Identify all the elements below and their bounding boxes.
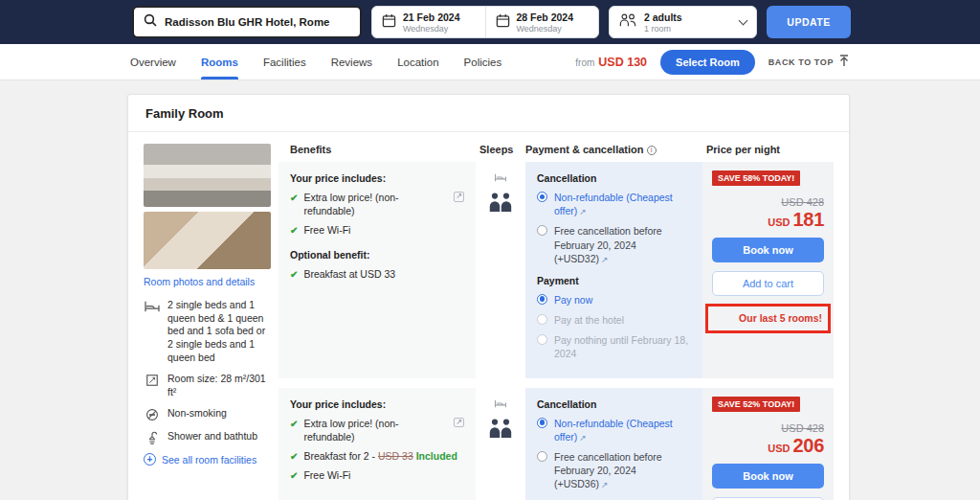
sleeps-cell	[476, 162, 525, 378]
from-label: from	[575, 57, 594, 68]
external-link-icon[interactable]: ↗	[579, 207, 587, 216]
benefit-item: ✔ Breakfast at USD 33	[290, 267, 464, 282]
detail-non-smoking-text: Non-smoking	[167, 407, 227, 421]
info-link-icon[interactable]: ↗	[454, 192, 464, 202]
topbar: Radisson Blu GHR Hotel, Rome 21 Feb 2024…	[0, 0, 980, 44]
benefit-item: ✔ Free Wi-Fi	[290, 223, 464, 238]
see-all-facilities-label: See all room facilities	[162, 454, 256, 466]
hotel-search-value: Radisson Blu GHR Hotel, Rome	[165, 16, 330, 28]
benefit-text: Breakfast at USD 33	[303, 267, 395, 282]
cancel-option-free-cancellation[interactable]: Free cancellation before February 20, 20…	[537, 224, 691, 265]
col-sleeps-header: Sleeps	[476, 144, 525, 155]
add-to-cart-button[interactable]: Add to cart	[712, 271, 824, 296]
benefit-text: Free Wi-Fi	[303, 223, 350, 238]
radio-selected[interactable]	[537, 418, 547, 428]
external-link-icon[interactable]: ↗	[601, 255, 609, 264]
checkin-field[interactable]: 21 Feb 2024 Wednesday	[372, 7, 485, 37]
guests-icon	[619, 13, 636, 31]
includes-title: Your price includes:	[290, 172, 464, 184]
update-button[interactable]: UPDATE	[767, 6, 851, 38]
pay-option-pay-now[interactable]: Pay now	[537, 293, 691, 307]
old-price: USD 428	[712, 196, 824, 208]
current-price: USD181	[712, 209, 824, 231]
info-icon[interactable]: i	[647, 146, 657, 155]
chevron-down-icon	[739, 16, 748, 26]
tab-bar: Overview Rooms Facilities Reviews Locati…	[130, 44, 501, 80]
cancel-option-nonrefundable[interactable]: Non-refundable (Cheapest offer)↗	[537, 417, 691, 443]
bed-small-icon	[494, 396, 507, 413]
tab-overview[interactable]: Overview	[130, 44, 176, 80]
tab-policies[interactable]: Policies	[464, 44, 502, 80]
breakfast-prefix: Breakfast for 2 -	[303, 450, 378, 462]
cancel-option-nonrefundable[interactable]: Non-refundable (Cheapest offer)↗	[537, 191, 691, 217]
tab-reviews[interactable]: Reviews	[331, 44, 372, 80]
offer-row-2: Your price includes: ✔ Extra low price! …	[278, 388, 834, 500]
check-icon: ✔	[290, 449, 298, 464]
sleeps-cell	[476, 388, 525, 500]
select-room-button[interactable]: Select Room	[660, 50, 755, 75]
room-info-column: Room photos and details 2 single beds an…	[144, 144, 271, 500]
main-content: Family Room Room photos and details 2 si…	[0, 80, 980, 500]
room-title: Family Room	[128, 95, 849, 132]
price-currency: USD	[768, 443, 790, 454]
external-link-icon[interactable]: ↗	[579, 433, 587, 443]
room-subnav: Overview Rooms Facilities Reviews Locati…	[0, 44, 980, 80]
radio-unselected[interactable]	[537, 451, 547, 462]
external-link-icon[interactable]: ↗	[601, 480, 609, 489]
detail-beds-text: 2 single beds and 1 queen bed & 1 queen …	[167, 299, 271, 364]
pay-option-label: Pay now	[554, 293, 592, 307]
benefit-item: ✔ Extra low price! (non-refundable) ↗	[290, 191, 464, 217]
from-price-value: USD 130	[598, 56, 647, 69]
benefit-item: ✔ Extra low price! (non-refundable) ↗	[290, 417, 464, 443]
radio-disabled	[537, 314, 547, 325]
radio-selected[interactable]	[537, 192, 547, 202]
col-payment-header: Payment & cancellationi	[525, 144, 702, 155]
detail-shower: Shower and bathtub	[144, 430, 271, 444]
info-link-icon[interactable]: ↗	[454, 418, 464, 428]
breakfast-included-label: Included	[413, 450, 457, 462]
includes-title: Your price includes:	[290, 398, 464, 410]
payment-cell: Cancellation Non-refundable (Cheapest of…	[525, 162, 702, 378]
cancellation-title: Cancellation	[537, 172, 691, 184]
hotel-search-box[interactable]: Radisson Blu GHR Hotel, Rome	[132, 6, 362, 38]
guests-selector[interactable]: 2 adults 1 room	[609, 6, 757, 38]
detail-shower-text: Shower and bathtub	[167, 430, 257, 444]
price-cell: SAVE 58% TODAY! USD 428 USD181 Book now …	[702, 162, 834, 378]
room-photos-link[interactable]: Room photos and details	[144, 276, 271, 287]
annotation-highlight-box: Our last 5 rooms!	[705, 304, 831, 333]
room-card: Family Room Room photos and details 2 si…	[127, 94, 850, 500]
see-all-facilities-link[interactable]: + See all room facilities	[144, 453, 271, 466]
col-payment-label: Payment & cancellation	[525, 144, 644, 155]
guests-adults: 2 adults	[644, 11, 682, 23]
book-now-button[interactable]: Book now	[712, 238, 824, 262]
check-icon: ✔	[290, 191, 298, 217]
cancel-option-free-cancellation[interactable]: Free cancellation before February 20, 20…	[537, 450, 691, 491]
back-to-top-button[interactable]: BACK TO TOP	[768, 55, 850, 69]
bed-small-icon	[494, 170, 507, 187]
back-to-top-label: BACK TO TOP	[768, 57, 834, 67]
cancellation-title: Cancellation	[537, 398, 691, 410]
radio-selected[interactable]	[537, 294, 547, 305]
checkout-date: 28 Feb 2024	[517, 11, 574, 23]
add-to-cart-button[interactable]: Add to cart	[712, 497, 824, 500]
check-icon: ✔	[290, 417, 298, 443]
radio-disabled	[537, 334, 547, 345]
room-photo-main[interactable]	[144, 144, 271, 207]
optional-title: Optional benefit:	[290, 249, 464, 261]
book-now-button[interactable]: Book now	[712, 464, 824, 489]
room-photo-secondary[interactable]	[144, 212, 271, 269]
tab-rooms[interactable]: Rooms	[201, 44, 238, 80]
save-badge: SAVE 58% TODAY!	[712, 170, 800, 186]
detail-beds: 2 single beds and 1 queen bed & 1 queen …	[144, 299, 271, 364]
save-badge: SAVE 52% TODAY!	[712, 397, 800, 412]
checkout-field[interactable]: 28 Feb 2024 Wednesday	[485, 7, 599, 37]
price-value: 206	[793, 435, 824, 456]
radio-unselected[interactable]	[537, 225, 547, 236]
tab-location[interactable]: Location	[397, 44, 438, 80]
tab-facilities[interactable]: Facilities	[263, 44, 306, 80]
plus-icon: +	[144, 453, 156, 466]
pay-option-pay-nothing: Pay nothing until February 18, 2024	[537, 333, 691, 360]
old-price: USD 428	[712, 422, 824, 434]
no-smoking-icon	[144, 407, 161, 421]
benefit-item-breakfast: ✔ Breakfast for 2 - USD 33 Included	[290, 449, 464, 464]
